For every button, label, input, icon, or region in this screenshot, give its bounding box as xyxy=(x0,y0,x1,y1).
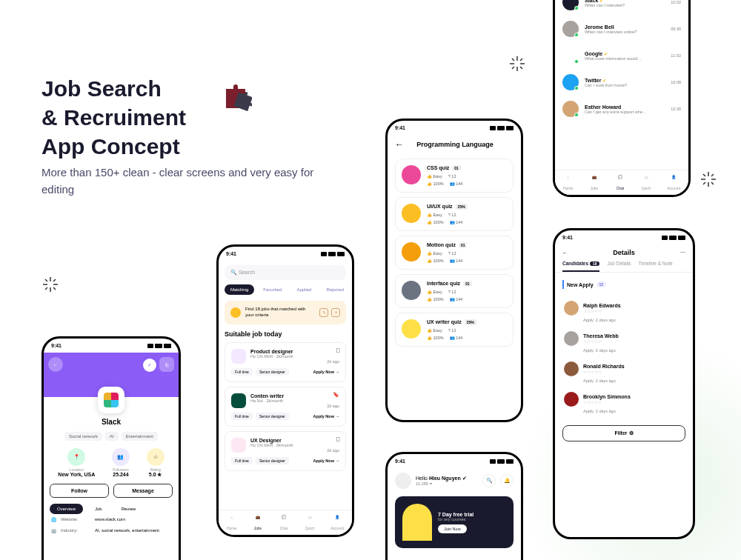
follow-button[interactable]: Follow xyxy=(50,484,109,498)
svg-line-23 xyxy=(711,174,714,176)
candidate-item[interactable]: Brooklyn Simmons☆☆☆☆☆Apply: 2 days ago xyxy=(555,387,693,418)
edit-icon[interactable]: ✎ xyxy=(319,308,328,317)
chat-item[interactable]: Jerome BellWhen can I interview online?0… xyxy=(555,16,688,42)
banner-image xyxy=(402,504,432,541)
section-title: Suitable job today xyxy=(219,330,352,338)
chat-item[interactable]: Twitter ✔Can I work from home?16:08 xyxy=(555,69,688,96)
chat-item[interactable]: Slack ✔When can I interview?10:02 xyxy=(555,0,688,16)
tab-overview[interactable]: Overview xyxy=(50,504,83,514)
company-tags: Social networkAIEntertainment xyxy=(44,432,179,441)
page-heading: Job Search& RecruimentApp Concept xyxy=(41,74,186,161)
svg-line-5 xyxy=(520,67,522,69)
status-bar: 9:41 xyxy=(44,339,179,353)
svg-line-7 xyxy=(520,59,522,61)
match-alert: Find 18 jobs that matched with your crit… xyxy=(225,301,346,324)
search-input[interactable]: 🔍 Search xyxy=(225,265,346,280)
bulb-icon xyxy=(230,307,241,318)
close-icon[interactable]: ✕ xyxy=(331,308,340,317)
info-website: 🌐Website:www.slack.com xyxy=(44,514,179,525)
candidate-item[interactable]: Ronald Richards☆☆☆☆☆Apply: 2 days ago xyxy=(555,357,693,387)
details-title: Details xyxy=(613,249,635,256)
filter-applied[interactable]: Applied xyxy=(290,284,317,295)
bookmark-icon[interactable]: 🔖 xyxy=(333,392,339,398)
quiz-card[interactable]: UI/UX quiz25%👍 Easy? 12👍 100%👥 144 xyxy=(395,197,514,231)
nav-account[interactable]: 👤Account xyxy=(330,515,344,530)
search-button[interactable]: 🔍 xyxy=(482,474,496,487)
filter-matching[interactable]: Matching xyxy=(225,284,254,295)
stat-location: 📍LocationNew York, USA xyxy=(58,448,95,478)
stat-followers: 👥Followers25.244 xyxy=(112,448,130,478)
bookmark-icon[interactable]: ⎕ xyxy=(336,347,339,353)
chat-list-screen: Arlene McCoyAgree. I will prepare well f… xyxy=(553,0,691,197)
nav-home[interactable]: ⌂Home xyxy=(227,515,237,530)
message-button[interactable]: Message xyxy=(113,484,173,498)
page-subheading: More than 150+ clean - clear screens and… xyxy=(41,164,316,198)
profile-screen: 9:41 ← ✓ ⎗ Slack Social networkAIEnterta… xyxy=(41,336,181,560)
job-card[interactable]: Product designerHo Chi Minh · 2k/month⎕2… xyxy=(225,342,346,382)
quiz-card[interactable]: CSS quiz01👍 Easy? 12👍 100%👥 144 xyxy=(395,159,514,193)
candidate-item[interactable]: Ralph Edwards☆☆☆☆☆Apply: 2 days ago xyxy=(555,296,693,327)
candidate-item[interactable]: Theresa Webb☆☆☆☆☆Apply: 2 days ago xyxy=(555,327,693,357)
nav-home[interactable]: ⌂Home xyxy=(563,175,574,190)
puzzle-decoration xyxy=(222,81,252,111)
quiz-screen: 9:41 ←Programming Language CSS quiz01👍 E… xyxy=(385,119,523,422)
filter-rejected[interactable]: Rejected xyxy=(320,284,350,295)
svg-line-13 xyxy=(53,287,56,290)
filter-button[interactable]: Filter ⚙ xyxy=(562,425,685,441)
join-button[interactable]: Join Now xyxy=(438,524,467,533)
bookmark-button[interactable]: ⎗ xyxy=(159,357,174,372)
nav-chat[interactable]: 💬Chat xyxy=(279,515,289,530)
notification-button[interactable]: 🔔 xyxy=(500,474,514,487)
back-button[interactable]: ← xyxy=(562,250,568,256)
new-apply-label: New Apply12 xyxy=(562,280,685,289)
apply-button[interactable]: Apply Now → xyxy=(313,414,339,419)
apply-button[interactable]: Apply Now → xyxy=(313,459,339,463)
tab-job-details[interactable]: Job Details xyxy=(607,261,631,272)
svg-line-20 xyxy=(703,174,705,176)
svg-line-12 xyxy=(45,279,47,281)
trial-banner[interactable]: 7 Day free trialfor any coursesJoin Now xyxy=(395,496,514,548)
more-icon[interactable]: ⋯ xyxy=(680,250,685,256)
svg-line-6 xyxy=(512,67,514,69)
nav-quiz[interactable]: ▭Quizz xyxy=(641,175,651,190)
quiz-card[interactable]: Interface quiz01👍 Easy? 12👍 100%👥 144 xyxy=(395,274,514,308)
stat-rating: ☆Rating5.0 ★ xyxy=(147,448,165,478)
back-button[interactable]: ← xyxy=(395,139,404,150)
bookmark-icon[interactable]: ⎕ xyxy=(336,436,339,441)
nav-jobs[interactable]: 💼Jobs xyxy=(589,175,599,190)
back-button[interactable]: ← xyxy=(48,357,63,372)
details-screen: 9:41 ←Details⋯ Candidates 18 Job Details… xyxy=(553,228,695,539)
svg-line-4 xyxy=(512,59,514,61)
nav-quiz[interactable]: ▭Quizz xyxy=(305,515,315,530)
quiz-card[interactable]: Motion quiz01👍 Easy? 12👍 100%👥 144 xyxy=(395,236,514,270)
filter-favorited[interactable]: Favorited xyxy=(257,284,288,295)
svg-line-14 xyxy=(45,287,47,290)
company-logo xyxy=(98,387,124,413)
home-screen: 9:41 Hello Hieu Nguyen ✔10.289 ✦ 🔍 🔔 7 D… xyxy=(385,452,523,560)
quiz-card[interactable]: UX writer quiz25%👍 Easy? 12👍 100%👥 144 xyxy=(395,313,514,347)
tab-timeline[interactable]: Timeline & Note xyxy=(639,261,673,272)
chat-item[interactable]: Google ✔What more information would ...1… xyxy=(555,42,688,69)
svg-line-21 xyxy=(711,182,714,184)
nav-chat[interactable]: 💬Chat xyxy=(615,175,625,190)
apply-button[interactable]: Apply Now → xyxy=(313,370,339,374)
job-card[interactable]: UX DesignerHo Chi Minh · 2k/month⎕2d ago… xyxy=(225,431,346,471)
job-card[interactable]: Conten writerHa Noi · 2k/month🔖2d agoFul… xyxy=(225,387,346,427)
nav-account[interactable]: 👤Account xyxy=(667,175,680,190)
svg-line-22 xyxy=(703,182,705,184)
user-avatar[interactable] xyxy=(395,473,411,489)
tab-job[interactable]: Job xyxy=(87,504,110,514)
quiz-page-title: Programming Language xyxy=(410,141,500,148)
company-name: Slack xyxy=(44,418,179,426)
tab-review[interactable]: Review xyxy=(114,504,144,514)
jobs-screen: 9:41 🔍 Search Matching Favorited Applied… xyxy=(216,244,354,537)
check-icon: ✓ xyxy=(143,359,156,372)
nav-jobs[interactable]: 💼Jobs xyxy=(253,515,263,530)
svg-line-15 xyxy=(53,279,56,281)
tab-candidates[interactable]: Candidates 18 xyxy=(562,261,599,272)
chat-item[interactable]: Esther HowardCan I get any extra support… xyxy=(555,96,688,122)
info-industry: 🏢Industry:AI, social network, entertainm… xyxy=(44,525,179,536)
greeting: Hello Hieu Nguyen ✔10.289 ✦ xyxy=(416,476,478,486)
